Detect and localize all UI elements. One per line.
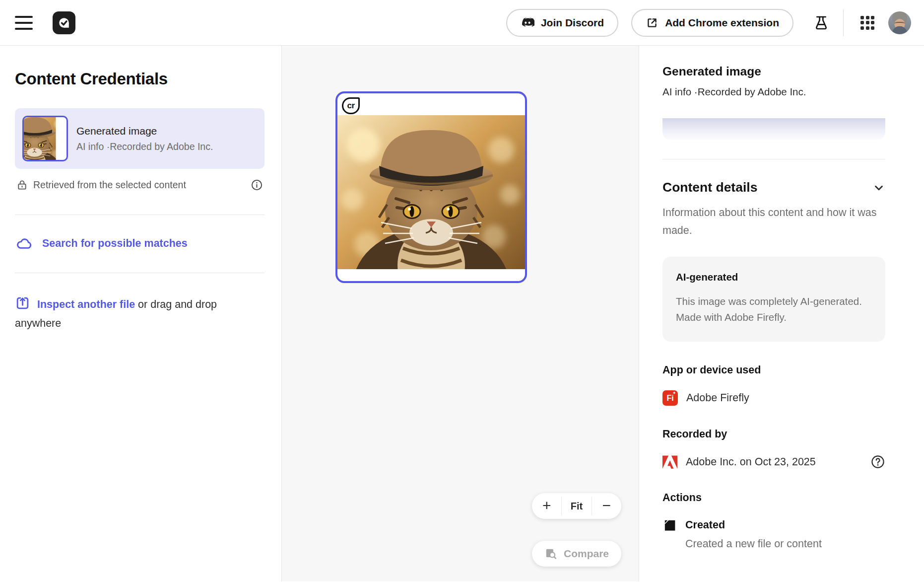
content-details-description: Information about this content and how i… (662, 204, 885, 239)
upload-icon (15, 295, 30, 311)
join-discord-label: Join Discord (541, 17, 604, 29)
app-section-title: App or device used (662, 364, 885, 376)
question-icon (870, 454, 885, 469)
recorded-by-row: Adobe Inc. on Oct 23, 2025 (662, 454, 885, 469)
top-bar: Join Discord Add Chrome extension (0, 0, 924, 46)
selected-content-item[interactable]: Generated image AI info ·Recorded by Ado… (15, 108, 264, 169)
add-chrome-extension-label: Add Chrome extension (665, 17, 779, 29)
chevron-down-icon[interactable] (872, 181, 885, 194)
apps-grid-icon (860, 16, 874, 30)
divider (15, 273, 264, 273)
page-title: Content Credentials (15, 70, 264, 88)
ai-generated-body: This image was completely AI-generated. … (676, 293, 872, 325)
compare-icon (544, 547, 557, 560)
compare-button[interactable]: Compare (532, 541, 621, 567)
created-icon (662, 518, 677, 532)
zoom-out-button[interactable]: − (592, 492, 621, 519)
retrieved-note-row: Retrieved from the selected content (15, 178, 264, 192)
details-panel: Generated image AI info ·Recorded by Ado… (639, 46, 924, 582)
selected-item-subtitle: AI info ·Recorded by Adobe Inc. (76, 141, 213, 152)
header-divider (843, 9, 844, 36)
inspect-another-file-block: Inspect another file or drag and drop an… (15, 295, 259, 333)
help-button[interactable] (870, 454, 885, 469)
join-discord-button[interactable]: Join Discord (506, 9, 618, 37)
zoom-controls: + Fit − (532, 493, 621, 519)
credential-card-remnant (662, 118, 885, 140)
recorded-by-value: Adobe Inc. on Oct 23, 2025 (686, 456, 816, 468)
apps-grid-button[interactable] (857, 12, 878, 34)
flask-icon (813, 15, 829, 31)
content-details-title: Content details (662, 180, 757, 195)
created-action-description: Created a new file or content (685, 538, 885, 550)
lock-icon (16, 179, 28, 191)
inspected-image-card[interactable]: cr (335, 91, 527, 283)
ai-generated-title: AI-generated (676, 271, 872, 283)
image-viewer: cr + Fit − Compare (282, 46, 639, 582)
created-action-row: Created (662, 518, 885, 532)
divider (15, 215, 264, 215)
external-link-icon (646, 16, 659, 29)
info-icon (251, 179, 263, 191)
search-matches-label: Search for possible matches (42, 237, 188, 250)
recorded-by-title: Recorded by (662, 428, 885, 440)
adobe-logo-icon (662, 455, 677, 469)
discord-icon (521, 17, 534, 28)
ai-generated-card: AI-generated This image was completely A… (662, 257, 885, 342)
sidebar: Content Credentials Generated image AI i… (0, 46, 282, 582)
adobe-firefly-icon: Fi (662, 390, 678, 406)
divider (662, 159, 885, 159)
cat-photo (337, 115, 525, 269)
fit-button[interactable]: Fit (562, 493, 591, 519)
panel-title: Generated image (662, 65, 885, 78)
menu-icon[interactable] (15, 16, 33, 30)
app-row: Fi Adobe Firefly (662, 390, 885, 406)
search-matches-link[interactable]: Search for possible matches (15, 237, 264, 250)
created-action-title: Created (685, 519, 725, 531)
add-chrome-extension-button[interactable]: Add Chrome extension (631, 9, 793, 37)
cr-pin-label: cr (347, 101, 354, 111)
content-thumbnail (22, 116, 68, 161)
selected-item-title: Generated image (76, 125, 213, 137)
inspect-another-file-link[interactable]: Inspect another file (37, 298, 135, 310)
zoom-in-button[interactable]: + (532, 492, 561, 519)
labs-button[interactable] (810, 12, 832, 34)
app-name: Adobe Firefly (686, 392, 749, 404)
avatar[interactable] (888, 11, 911, 34)
verify-check-icon (57, 15, 71, 30)
cloud-icon (15, 237, 33, 250)
panel-subtitle: AI info ·Recorded by Adobe Inc. (662, 86, 885, 98)
retrieved-note: Retrieved from the selected content (33, 179, 186, 191)
compare-label: Compare (564, 548, 609, 560)
content-details-header[interactable]: Content details (662, 180, 885, 195)
content-credentials-logo[interactable] (53, 11, 75, 34)
actions-title: Actions (662, 492, 885, 504)
cr-pin-badge[interactable]: cr (342, 97, 360, 114)
info-button[interactable] (250, 178, 264, 192)
